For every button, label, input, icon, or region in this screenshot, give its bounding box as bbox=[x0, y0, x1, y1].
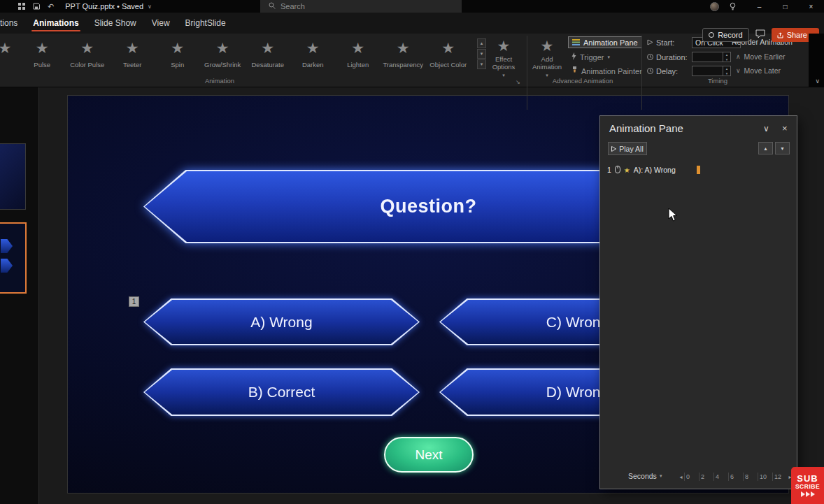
tab-animations[interactable]: Animations bbox=[25, 13, 86, 34]
animation-item-label: A): A) Wrong bbox=[634, 166, 676, 174]
ruler-tick: 10 bbox=[758, 473, 772, 481]
document-title[interactable]: PPT Quiz.pptx • Saved∨ bbox=[65, 2, 152, 10]
ruler-tick: 0 bbox=[684, 473, 699, 481]
ruler-left-arrow[interactable]: ◂ bbox=[678, 474, 684, 480]
star-icon: ★ bbox=[0, 37, 11, 59]
gallery-item-object-color[interactable]: ★Object Color bbox=[426, 37, 471, 69]
tab-transitions-partial[interactable]: tions bbox=[0, 13, 25, 34]
ruler-tick: 8 bbox=[743, 473, 758, 481]
comments-icon[interactable] bbox=[755, 29, 765, 41]
gallery-item-pulse[interactable]: ★Pulse bbox=[20, 37, 65, 69]
tab-view[interactable]: View bbox=[144, 13, 178, 34]
animation-pane-icon bbox=[572, 38, 580, 47]
duration-input[interactable]: ▴▾ bbox=[692, 52, 731, 62]
chevron-down-icon[interactable]: ∨ bbox=[763, 124, 769, 134]
close-button[interactable]: × bbox=[798, 0, 824, 13]
emphasis-star-icon: ★ bbox=[624, 166, 630, 174]
answer-a-shape[interactable]: A) Wrong bbox=[143, 298, 420, 345]
mini-hexagon-shape bbox=[1, 259, 13, 273]
gallery-item-lighten[interactable]: ★Lighten bbox=[336, 37, 381, 69]
animation-effect-gallery: ★ ★Pulse ★Color Pulse ★Teeter ★Spin ★Gro… bbox=[0, 37, 471, 69]
tab-slide-show[interactable]: Slide Show bbox=[87, 13, 144, 34]
paintbrush-icon bbox=[571, 66, 578, 75]
slide-thumbnail-panel bbox=[0, 87, 39, 504]
animations-ribbon: ★ ★Pulse ★Color Pulse ★Teeter ★Spin ★Gro… bbox=[0, 34, 824, 87]
close-icon[interactable]: × bbox=[782, 123, 788, 134]
gallery-more-button[interactable]: ▾ bbox=[477, 59, 486, 69]
search-placeholder: Search bbox=[280, 2, 305, 10]
maximize-button[interactable]: □ bbox=[772, 0, 798, 13]
star-icon: ★ bbox=[261, 37, 274, 59]
gallery-item-darken[interactable]: ★Darken bbox=[290, 37, 336, 69]
duration-label: Duration: bbox=[656, 53, 689, 62]
play-icon bbox=[611, 146, 616, 152]
gallery-item-spin[interactable]: ★Spin bbox=[155, 37, 201, 69]
ruler-tick: 6 bbox=[728, 473, 743, 481]
gallery-scroll-down[interactable]: ▾ bbox=[477, 49, 486, 59]
collapse-ribbon-icon[interactable]: ∨ bbox=[815, 78, 820, 85]
app-menu-icon[interactable] bbox=[18, 3, 25, 10]
gallery-item-teeter[interactable]: ★Teeter bbox=[110, 37, 155, 69]
chevron-down-icon: ▾ bbox=[660, 473, 662, 479]
gallery-item-color-pulse[interactable]: ★Color Pulse bbox=[65, 37, 111, 69]
search-icon bbox=[269, 2, 276, 10]
gallery-scroll-up[interactable]: ▴ bbox=[477, 38, 486, 48]
next-button-shape[interactable]: Next bbox=[384, 437, 474, 473]
effect-options-button[interactable]: ★ Effect Options ▾ bbox=[488, 37, 520, 79]
gallery-item-grow-shrink[interactable]: ★Grow/Shrink bbox=[200, 37, 246, 69]
animation-pane-button[interactable]: Animation Pane bbox=[568, 36, 642, 48]
ruler-tick: 12 bbox=[772, 473, 787, 481]
chevron-up-icon: ∧ bbox=[736, 53, 741, 60]
star-icon: ★ bbox=[80, 37, 94, 59]
chevron-down-icon: ▾ bbox=[502, 71, 505, 79]
play-all-button[interactable]: Play All bbox=[608, 142, 647, 155]
ruler-tick: 4 bbox=[713, 473, 728, 481]
delay-label: Delay: bbox=[656, 67, 689, 75]
gallery-item-desaturate[interactable]: ★Desaturate bbox=[246, 37, 291, 69]
delay-input[interactable]: ▴▾ bbox=[692, 66, 731, 76]
gallery-item-transparency[interactable]: ★Transparency bbox=[381, 37, 426, 69]
chevron-down-icon: ▾ bbox=[607, 55, 610, 60]
animation-pane: Animation Pane ∨ × Play All ▲ ▼ 1 ★ A): … bbox=[599, 115, 797, 489]
slide-thumbnail[interactable] bbox=[0, 143, 26, 210]
lightning-icon bbox=[571, 52, 576, 62]
play-arrows-icon bbox=[801, 491, 815, 497]
animation-pane-title: Animation Pane bbox=[609, 122, 683, 134]
slide-thumbnail-selected[interactable] bbox=[0, 222, 27, 294]
group-label-advanced-animation: Advanced Animation bbox=[530, 77, 635, 85]
ruler-tick: 2 bbox=[699, 473, 713, 481]
star-icon: ★ bbox=[126, 37, 139, 59]
animation-list-item[interactable]: 1 ★ A): A) Wrong bbox=[607, 164, 790, 176]
star-icon: ★ bbox=[171, 37, 184, 59]
title-bar: ↶ PPT Quiz.pptx • Saved∨ Search – □ × bbox=[0, 0, 824, 13]
trigger-button[interactable]: Trigger ▾ bbox=[571, 51, 610, 63]
star-icon: ★ bbox=[216, 37, 229, 59]
add-animation-button[interactable]: ★ Add Animation ▾ bbox=[530, 37, 564, 79]
record-dot-icon bbox=[709, 32, 714, 38]
answer-a-text: A) Wrong bbox=[143, 298, 420, 345]
timeline-ruler: ◂ 0 2 4 6 8 10 12 ▸ bbox=[678, 471, 793, 482]
search-input[interactable]: Search bbox=[260, 0, 462, 13]
minimize-button[interactable]: – bbox=[746, 0, 772, 13]
save-icon[interactable] bbox=[33, 3, 40, 10]
star-icon: ★ bbox=[306, 37, 320, 59]
reorder-down-button[interactable]: ▼ bbox=[775, 142, 790, 154]
start-label: Start: bbox=[656, 38, 689, 47]
move-later-button[interactable]: ∨ Move Later bbox=[736, 66, 781, 75]
tab-brightslide[interactable]: BrightSlide bbox=[178, 13, 234, 34]
lightbulb-icon[interactable] bbox=[729, 2, 737, 10]
undo-icon[interactable]: ↶ bbox=[48, 2, 54, 11]
move-earlier-button[interactable]: ∧ Move Earlier bbox=[736, 52, 786, 61]
answer-b-shape[interactable]: B) Correct bbox=[143, 368, 420, 416]
seconds-dropdown[interactable]: Seconds ▾ bbox=[628, 472, 662, 480]
reorder-up-button[interactable]: ▲ bbox=[758, 142, 773, 154]
animation-item-index: 1 bbox=[607, 166, 611, 174]
user-avatar[interactable] bbox=[710, 2, 719, 11]
star-icon: ★ bbox=[397, 37, 410, 59]
timeline-duration-bar[interactable] bbox=[697, 166, 700, 174]
record-button[interactable]: Record bbox=[702, 28, 748, 42]
animation-number-badge[interactable]: 1 bbox=[129, 296, 139, 307]
dialog-launcher-icon[interactable]: ↘ bbox=[516, 79, 520, 85]
animation-painter-button[interactable]: Animation Painter bbox=[571, 65, 642, 77]
gallery-item-partial[interactable]: ★ bbox=[0, 37, 20, 69]
